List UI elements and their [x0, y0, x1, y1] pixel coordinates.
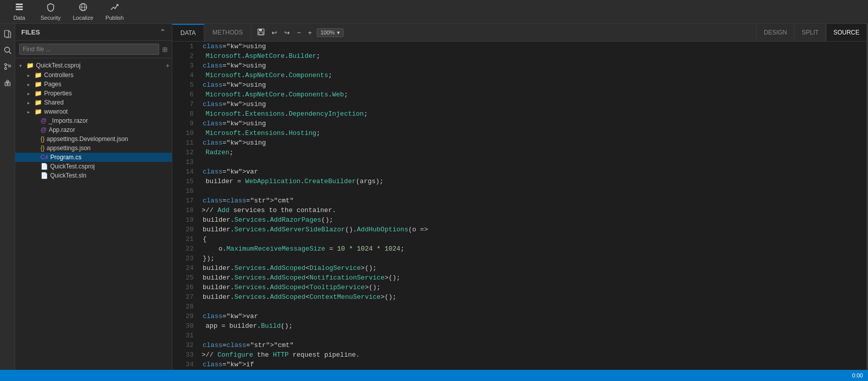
save-icon[interactable]	[255, 27, 267, 38]
svg-rect-6	[5, 30, 9, 37]
svg-rect-0	[16, 4, 23, 5]
svg-rect-16	[259, 32, 263, 34]
security-icon	[46, 3, 55, 14]
toolbar-localize[interactable]: Localize	[67, 0, 99, 24]
redo-icon[interactable]: ↪	[282, 28, 292, 38]
tree-item-quicktest-csproj[interactable]: ▾ 📁 QuickTest.csproj +	[15, 60, 172, 71]
file-search-bar: ⊞	[15, 41, 172, 58]
undo-icon[interactable]: ↩	[270, 28, 279, 38]
zoom-out-icon[interactable]: −	[295, 28, 303, 38]
tab-split-label: SPLIT	[802, 29, 818, 36]
folder-icon: 📁	[34, 81, 42, 88]
toolbar-security[interactable]: Security	[34, 0, 67, 24]
tree-label: appsettings.Development.json	[47, 135, 128, 143]
tree-label: QuickTest.csproj	[50, 163, 95, 170]
svg-line-8	[9, 52, 11, 54]
svg-rect-2	[16, 9, 23, 10]
folder-icon: 📁	[26, 62, 34, 69]
toolbar-data[interactable]: Data	[4, 0, 34, 24]
file-panel-icons: ⌃	[160, 28, 166, 36]
tree-item-quicktest-csproj-file[interactable]: 📄 QuickTest.csproj	[15, 162, 172, 171]
csproj-icon: 📄	[41, 163, 48, 170]
tab-methods[interactable]: METHODS	[204, 24, 251, 41]
svg-point-11	[9, 65, 11, 67]
tab-design[interactable]: DESIGN	[756, 24, 794, 41]
filter-icon[interactable]: ⊞	[162, 46, 168, 53]
tree-item-shared[interactable]: ▸ 📁 Shared	[15, 98, 172, 107]
localize-icon	[79, 3, 88, 14]
razor-icon: @	[41, 117, 47, 124]
tab-methods-label: METHODS	[212, 29, 243, 36]
folder-icon: 📁	[34, 108, 42, 115]
toolbar-publish[interactable]: Publish	[99, 0, 130, 24]
tree-item-imports-razor[interactable]: @ _Imports.razor	[15, 116, 172, 125]
tree-label: Program.cs	[50, 154, 81, 161]
csharp-icon: C#	[41, 154, 48, 161]
code-content[interactable]: class="kw">using Microsoft.AspNetCore.Bu…	[198, 42, 866, 370]
tree-item-wwwroot[interactable]: ▸ 📁 wwwroot	[15, 107, 172, 116]
sidebar-icon-git[interactable]	[2, 60, 14, 73]
tab-source-label: SOURCE	[834, 29, 859, 36]
file-panel-header: FILES ⌃	[15, 24, 172, 41]
files-title: FILES	[21, 28, 40, 36]
tree-label: App.razor	[49, 126, 75, 133]
chevron-right-icon: ▸	[27, 73, 34, 78]
sidebar-icon-files[interactable]	[2, 28, 14, 40]
main-toolbar: Data Security Localize Publish	[0, 0, 868, 24]
status-bar: 0:00	[0, 370, 868, 381]
add-button[interactable]: +	[166, 61, 170, 70]
tree-item-pages[interactable]: ▸ 📁 Pages	[15, 80, 172, 89]
code-editor[interactable]: 1234567891011121314151617181920212223242…	[172, 42, 866, 370]
folder-icon: 📁	[34, 72, 42, 79]
tree-label: QuickTest.csproj	[36, 62, 81, 69]
tree-label: QuickTest.sln	[50, 172, 86, 179]
editor-area: DATA METHODS ↩ ↪ − +	[172, 24, 866, 370]
razor-icon: @	[41, 126, 47, 133]
sidebar-icon-debug[interactable]	[2, 77, 14, 89]
tree-item-appsettings-dev[interactable]: {} appsettings.Development.json	[15, 134, 172, 144]
toolbar-security-label: Security	[41, 15, 61, 21]
tree-item-controllers[interactable]: ▸ 📁 Controllers	[15, 71, 172, 80]
editor-tabs-row: DATA METHODS ↩ ↪ − +	[172, 24, 866, 42]
tree-item-program-cs[interactable]: C# Program.cs	[15, 153, 172, 162]
toolbar-publish-label: Publish	[105, 15, 124, 21]
folder-icon: 📁	[34, 99, 42, 106]
editor-tabs: DATA METHODS	[172, 24, 251, 41]
status-time: 0:00	[852, 372, 863, 378]
tab-source[interactable]: SOURCE	[826, 24, 866, 41]
svg-rect-1	[16, 6, 23, 8]
tab-data[interactable]: DATA	[172, 24, 204, 41]
chevron-right-icon: ▸	[27, 100, 34, 106]
tab-split[interactable]: SPLIT	[794, 24, 825, 41]
sidebar-icon-search[interactable]	[2, 44, 14, 56]
publish-icon	[110, 3, 119, 14]
zoom-dropdown-icon[interactable]: ▾	[337, 29, 340, 36]
tree-item-app-razor[interactable]: @ App.razor	[15, 125, 172, 134]
view-mode-tabs: DESIGN SPLIT SOURCE	[756, 24, 866, 41]
tree-item-properties[interactable]: ▸ 📁 Properties	[15, 89, 172, 98]
sidebar-icon-bar	[0, 24, 15, 370]
file-tree: ▾ 📁 QuickTest.csproj + ▸ 📁 Controllers ▸…	[15, 58, 172, 370]
line-numbers: 1234567891011121314151617181920212223242…	[172, 42, 198, 370]
file-search-input[interactable]	[19, 44, 159, 55]
collapse-icon[interactable]: ⌃	[160, 28, 166, 36]
tree-item-appsettings-json[interactable]: {} appsettings.json	[15, 144, 172, 153]
svg-point-10	[5, 67, 7, 70]
svg-point-12	[7, 80, 9, 82]
chevron-down-icon: ▾	[19, 63, 26, 68]
json-icon: {}	[41, 145, 45, 152]
tree-label: Shared	[44, 99, 64, 106]
zoom-control[interactable]: 100% ▾	[317, 28, 343, 37]
tree-label: Controllers	[44, 72, 73, 79]
toolbar-localize-label: Localize	[73, 15, 93, 21]
data-icon	[15, 3, 24, 14]
chevron-right-icon: ▸	[27, 82, 34, 87]
tree-label: appsettings.json	[47, 145, 91, 152]
svg-rect-15	[259, 29, 262, 31]
chevron-right-icon: ▸	[27, 91, 34, 96]
tree-item-quicktest-sln[interactable]: 📄 QuickTest.sln	[15, 171, 172, 180]
json-icon: {}	[41, 135, 45, 143]
tab-data-label: DATA	[180, 29, 196, 37]
sln-icon: 📄	[41, 172, 48, 179]
zoom-in-icon[interactable]: +	[306, 28, 314, 38]
